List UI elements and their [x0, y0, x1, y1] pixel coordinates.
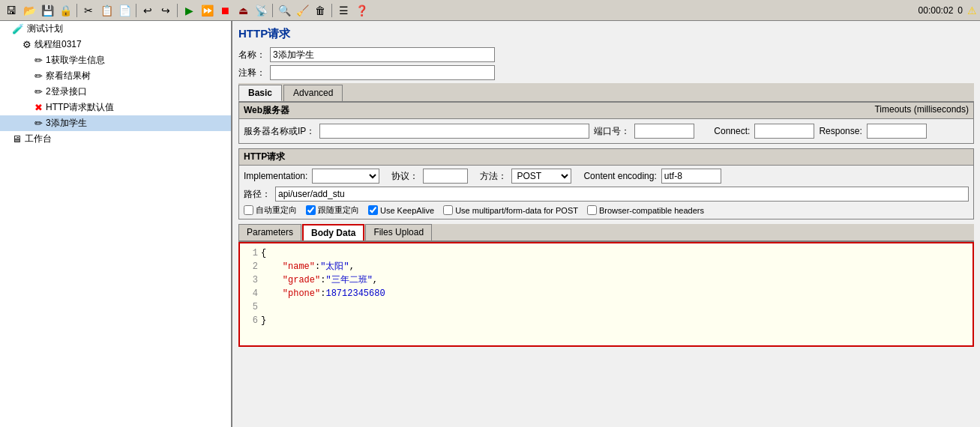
- item3-icon: ✏: [34, 86, 43, 97]
- cb-keepalive-input[interactable]: [368, 205, 378, 215]
- cb-auto-redirect[interactable]: 自动重定向: [244, 205, 297, 216]
- path-row: 路径：: [244, 187, 969, 202]
- tb-redo[interactable]: ↪: [157, 2, 174, 19]
- sep5: [331, 4, 332, 17]
- path-label: 路径：: [244, 188, 271, 201]
- impl-row: Implementation: 协议： 方法： POST GET PUT DEL…: [244, 169, 969, 184]
- cb-browser-headers-label: Browser-compatible headers: [599, 206, 704, 215]
- tb-lock[interactable]: 🔒: [57, 2, 73, 19]
- connect-input[interactable]: [754, 124, 814, 139]
- webserver-title: Web服务器: [244, 105, 289, 115]
- line-num-1: 1: [246, 246, 258, 260]
- code-line-6: 6 }: [246, 314, 967, 327]
- tb-clear-all[interactable]: 🗑: [312, 2, 328, 19]
- http-section-body: Implementation: 协议： 方法： POST GET PUT DEL…: [239, 166, 973, 219]
- cb-multipart[interactable]: Use multipart/form-data for POST: [443, 205, 578, 215]
- tb-cut[interactable]: ✂: [80, 2, 97, 19]
- cb-follow-redirect[interactable]: 跟随重定向: [306, 205, 359, 216]
- main-tabs: Basic Advanced: [238, 83, 974, 102]
- cb-keepalive[interactable]: Use KeepAlive: [368, 205, 434, 215]
- response-input[interactable]: [867, 124, 927, 139]
- tb-stop-now[interactable]: ⏏: [235, 2, 251, 19]
- name-row: 名称：: [238, 47, 974, 62]
- tab-basic[interactable]: Basic: [238, 85, 282, 101]
- impl-label: Implementation:: [244, 171, 307, 181]
- response-label: Response:: [819, 126, 862, 136]
- impl-select[interactable]: [312, 169, 379, 184]
- cb-follow-redirect-input[interactable]: [306, 205, 316, 215]
- webserver-header: Web服务器 Timeouts (milliseconds): [239, 103, 973, 119]
- code-line-5: 5: [246, 300, 967, 314]
- code-line-1: 1 {: [246, 246, 967, 260]
- tb-paste[interactable]: 📄: [116, 2, 133, 19]
- thread-group-icon: ⚙: [22, 39, 31, 50]
- sidebar-item-4[interactable]: ✖ HTTP请求默认值: [0, 100, 231, 115]
- name-input[interactable]: [270, 47, 495, 62]
- sidebar-item-5[interactable]: ✏ 3添加学生: [0, 115, 231, 131]
- code-text-5: [261, 300, 967, 314]
- test-plan-icon: 🧪: [12, 23, 24, 34]
- sidebar-item-2[interactable]: ✏ 察看结果树: [0, 68, 231, 84]
- sidebar: 🧪 测试计划 ⚙ 线程组0317 ✏ 1获取学生信息 ✏ 察看结果树 ✏ 2登录…: [0, 21, 232, 427]
- server-label: 服务器名称或IP：: [244, 125, 315, 138]
- tb-save[interactable]: 💾: [39, 2, 55, 19]
- tb-copy[interactable]: 📋: [98, 2, 115, 19]
- cb-browser-headers-input[interactable]: [587, 205, 597, 215]
- sidebar-item-3[interactable]: ✏ 2登录接口: [0, 84, 231, 100]
- protocol-input[interactable]: [423, 169, 468, 184]
- page-title: HTTP请求: [238, 27, 974, 41]
- sidebar-item-test-plan[interactable]: 🧪 测试计划: [0, 21, 231, 37]
- encoding-input[interactable]: [661, 169, 721, 184]
- tb-run-all[interactable]: ⏩: [199, 2, 215, 19]
- tb-search[interactable]: 🔍: [276, 2, 292, 19]
- path-input[interactable]: [275, 187, 969, 202]
- toolbar: 🖫 📂 💾 🔒 ✂ 📋 📄 ↩ ↪ ▶ ⏩ ⏹ ⏏ 📡 🔍 🧹 🗑 ☰ ❓ 00…: [0, 0, 980, 21]
- sidebar-item-label: 2登录接口: [46, 85, 87, 98]
- sidebar-item-1[interactable]: ✏ 1获取学生信息: [0, 52, 231, 68]
- tb-stop[interactable]: ⏹: [217, 2, 233, 19]
- server-input[interactable]: [319, 124, 589, 139]
- tb-clear[interactable]: 🧹: [294, 2, 310, 19]
- line-num-6: 6: [246, 314, 258, 327]
- http-section-header: HTTP请求: [239, 149, 973, 166]
- code-text-2: "name":"太阳",: [261, 260, 967, 273]
- code-text-3: "grade":"三年二班",: [261, 273, 967, 287]
- code-editor[interactable]: 1 { 2 "name":"太阳", 3 "grade":"三年二班", 4 "…: [238, 242, 974, 347]
- sidebar-item-thread-group[interactable]: ⚙ 线程组0317: [0, 37, 231, 52]
- code-text-6: }: [261, 314, 967, 327]
- content-panel: HTTP请求 名称： 注释： Basic Advanced Web服务器 Tim…: [232, 21, 980, 427]
- tb-help[interactable]: ❓: [353, 2, 370, 19]
- tb-undo[interactable]: ↩: [139, 2, 156, 19]
- tb-list[interactable]: ☰: [335, 2, 352, 19]
- toolbar-right: 00:00:02 0 ⚠: [919, 4, 977, 16]
- comment-row: 注释：: [238, 65, 974, 80]
- timeouts-label: Timeouts (milliseconds): [874, 104, 969, 115]
- item1-icon: ✏: [34, 55, 43, 66]
- tb-remote[interactable]: 📡: [253, 2, 269, 19]
- subtab-parameters[interactable]: Parameters: [238, 224, 301, 240]
- encoding-label: Content encoding:: [583, 171, 656, 181]
- timer-display: 00:00:02: [919, 5, 954, 16]
- cb-multipart-input[interactable]: [443, 205, 453, 215]
- item2-icon: ✏: [34, 70, 43, 82]
- tb-open[interactable]: 📂: [21, 2, 37, 19]
- method-label: 方法：: [480, 170, 507, 183]
- subtab-body-data[interactable]: Body Data: [302, 224, 364, 240]
- code-line-2: 2 "name":"太阳",: [246, 260, 967, 273]
- port-input[interactable]: [634, 124, 694, 139]
- workbench-icon: 🖥: [12, 133, 22, 145]
- tab-advanced[interactable]: Advanced: [283, 85, 343, 101]
- subtab-files-upload[interactable]: Files Upload: [365, 224, 432, 240]
- sidebar-item-workbench[interactable]: 🖥 工作台: [0, 131, 231, 147]
- name-label: 名称：: [238, 49, 265, 61]
- tb-new[interactable]: 🖫: [3, 2, 19, 19]
- protocol-label: 协议：: [391, 170, 418, 183]
- comment-input[interactable]: [270, 65, 495, 80]
- cb-auto-redirect-input[interactable]: [244, 205, 253, 215]
- sidebar-item-label: HTTP请求默认值: [46, 101, 114, 114]
- tb-run[interactable]: ▶: [181, 2, 197, 19]
- cb-browser-headers[interactable]: Browser-compatible headers: [587, 205, 704, 215]
- method-select[interactable]: POST GET PUT DELETE: [511, 169, 571, 184]
- line-num-5: 5: [246, 300, 258, 314]
- cb-keepalive-label: Use KeepAlive: [380, 206, 434, 215]
